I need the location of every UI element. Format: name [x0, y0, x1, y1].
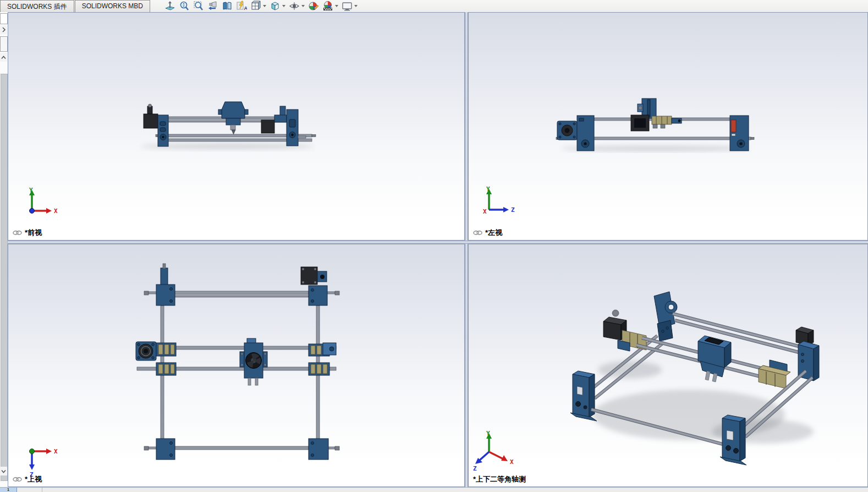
svg-text:X: X: [54, 207, 58, 215]
viewport-label-top: *上视: [13, 474, 42, 484]
panel-tab-stub[interactable]: [0, 13, 8, 24]
edit-appearance-icon: [308, 1, 319, 12]
annotation-view-icon: A: [236, 1, 247, 12]
zoom-in-out-icon: [179, 1, 190, 12]
bottom-bar: 1: [0, 487, 868, 492]
svg-text:Z: Z: [511, 206, 515, 214]
heads-up-view-toolbar: A: [163, 0, 359, 12]
view-settings-dropdown[interactable]: [354, 5, 358, 7]
svg-text:X: X: [483, 208, 487, 215]
feature-panel-edge: [0, 12, 8, 487]
viewport-front[interactable]: Y X *前视: [8, 12, 465, 240]
viewport-label-left: *左视: [473, 228, 502, 238]
apply-scene-dropdown[interactable]: [335, 5, 338, 7]
link-icon: [13, 477, 22, 482]
viewport-left[interactable]: Y Z X *左视: [468, 12, 868, 240]
viewport-label-text: *左视: [485, 228, 502, 238]
graphics-area: Y X *前视: [8, 12, 868, 487]
viewport-label-front: *前视: [13, 228, 42, 238]
view-settings-icon: [342, 1, 353, 12]
hide-show-items-dropdown[interactable]: [301, 5, 305, 7]
hide-show-items-button[interactable]: [288, 1, 306, 12]
zoom-to-fit-icon: [164, 1, 175, 12]
panel-tab-stub[interactable]: [0, 36, 8, 52]
zoom-in-out-button[interactable]: [178, 1, 191, 12]
viewport-label-isometric: *上下二等角轴测: [473, 474, 526, 484]
svg-text:X: X: [54, 448, 58, 455]
viewport-label-text: *前视: [25, 228, 42, 238]
display-style-icon: [270, 1, 281, 12]
viewport-label-text: *上下二等角轴测: [473, 474, 526, 484]
orientation-triad: Y X: [18, 187, 61, 223]
model-isometric-view[interactable]: [565, 287, 829, 474]
model-front-view[interactable]: [139, 100, 316, 152]
scroll-up-button[interactable]: [0, 53, 7, 62]
annotation-view-button[interactable]: A: [235, 1, 248, 12]
view-orientation-icon: [250, 1, 261, 12]
view-orientation-button[interactable]: [249, 1, 267, 12]
apply-scene-button[interactable]: [321, 1, 339, 12]
bottom-bar-divider: [42, 488, 42, 492]
vertical-scrollbar-track[interactable]: [1, 74, 8, 481]
chevron-up-icon: [1, 56, 6, 59]
svg-text:A: A: [244, 6, 248, 11]
orientation-triad: Y X Z: [473, 430, 519, 475]
svg-text:Y: Y: [29, 187, 33, 194]
previous-view-icon: [207, 1, 218, 12]
svg-text:Y: Y: [486, 185, 490, 193]
svg-text:Z: Z: [473, 465, 477, 472]
zoom-to-area-icon: [193, 1, 204, 12]
zoom-to-fit-button[interactable]: [163, 1, 177, 12]
model-left-view[interactable]: [554, 95, 755, 153]
display-style-dropdown[interactable]: [282, 5, 285, 7]
command-manager-toolbar: SOLIDWORKS 插件 SOLIDWORKS MBD: [0, 0, 868, 13]
zoom-to-area-button[interactable]: [192, 1, 205, 12]
viewport-isometric[interactable]: Y X Z *上下二等角轴测: [468, 244, 868, 487]
viewport-label-text: *上视: [25, 474, 42, 484]
svg-text:X: X: [510, 458, 514, 466]
previous-view-button[interactable]: [206, 1, 219, 12]
section-view-icon: [222, 1, 233, 12]
section-view-button[interactable]: [221, 1, 234, 12]
display-style-button[interactable]: [268, 1, 287, 12]
svg-text:Y: Y: [486, 430, 490, 437]
tab-solidworks-addins[interactable]: SOLIDWORKS 插件: [0, 0, 74, 12]
view-settings-button[interactable]: [340, 1, 359, 12]
orientation-triad: X Z: [18, 429, 61, 478]
orientation-triad: Y Z X: [475, 185, 518, 222]
tab-solidworks-mbd[interactable]: SOLIDWORKS MBD: [75, 0, 150, 12]
edit-appearance-button[interactable]: [307, 1, 320, 12]
expand-panel-button[interactable]: [0, 25, 7, 34]
link-icon: [13, 230, 22, 236]
model-top-view[interactable]: [134, 263, 343, 476]
solidworks-window: SOLIDWORKS 插件 SOLIDWORKS MBD: [0, 0, 868, 492]
sheet-tab-1[interactable]: 1: [0, 488, 17, 492]
apply-scene-icon: [322, 1, 333, 12]
viewport-top[interactable]: X Z *上视: [8, 244, 465, 487]
scroll-down-button[interactable]: [0, 467, 7, 475]
view-orientation-dropdown[interactable]: [263, 5, 266, 7]
hide-show-items-icon: [289, 1, 300, 12]
chevron-right-icon: [2, 27, 6, 32]
link-icon: [473, 230, 482, 236]
chevron-down-icon: [1, 469, 6, 473]
